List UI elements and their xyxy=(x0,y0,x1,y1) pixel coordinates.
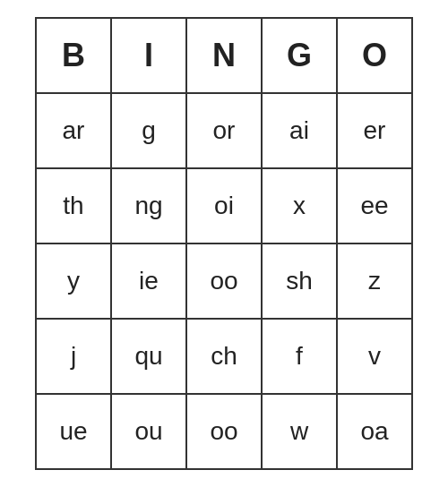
cell-r4-c2: oo xyxy=(186,394,262,469)
cell-r3-c3: f xyxy=(262,319,337,394)
header-cell-n: N xyxy=(186,18,262,93)
cell-r0-c2: or xyxy=(186,93,262,168)
table-row: yieooshz xyxy=(36,244,412,319)
table-row: jquchfv xyxy=(36,319,412,394)
table-row: thngoixee xyxy=(36,168,412,244)
cell-r3-c0: j xyxy=(36,319,111,394)
cell-r2-c0: y xyxy=(36,244,111,319)
cell-r1-c4: ee xyxy=(337,168,412,244)
header-cell-o: O xyxy=(337,18,412,93)
cell-r2-c3: sh xyxy=(262,244,337,319)
cell-r3-c1: qu xyxy=(111,319,186,394)
cell-r3-c2: ch xyxy=(186,319,262,394)
cell-r0-c3: ai xyxy=(262,93,337,168)
header-cell-b: B xyxy=(36,18,111,93)
cell-r4-c1: ou xyxy=(111,394,186,469)
cell-r3-c4: v xyxy=(337,319,412,394)
table-row: ueouoowoa xyxy=(36,394,412,469)
cell-r0-c0: ar xyxy=(36,93,111,168)
bingo-table: BINGO argoraierthngoixeeyieooshzjquchfvu… xyxy=(35,17,413,470)
cell-r2-c4: z xyxy=(337,244,412,319)
bingo-card: BINGO argoraierthngoixeeyieooshzjquchfvu… xyxy=(35,17,413,470)
cell-r4-c3: w xyxy=(262,394,337,469)
cell-r4-c4: oa xyxy=(337,394,412,469)
cell-r4-c0: ue xyxy=(36,394,111,469)
header-row: BINGO xyxy=(36,18,412,93)
cell-r1-c1: ng xyxy=(111,168,186,244)
cell-r0-c4: er xyxy=(337,93,412,168)
cell-r2-c1: ie xyxy=(111,244,186,319)
header-cell-g: G xyxy=(262,18,337,93)
cell-r1-c2: oi xyxy=(186,168,262,244)
cell-r0-c1: g xyxy=(111,93,186,168)
table-row: argoraier xyxy=(36,93,412,168)
cell-r1-c0: th xyxy=(36,168,111,244)
cell-r1-c3: x xyxy=(262,168,337,244)
header-cell-i: I xyxy=(111,18,186,93)
cell-r2-c2: oo xyxy=(186,244,262,319)
